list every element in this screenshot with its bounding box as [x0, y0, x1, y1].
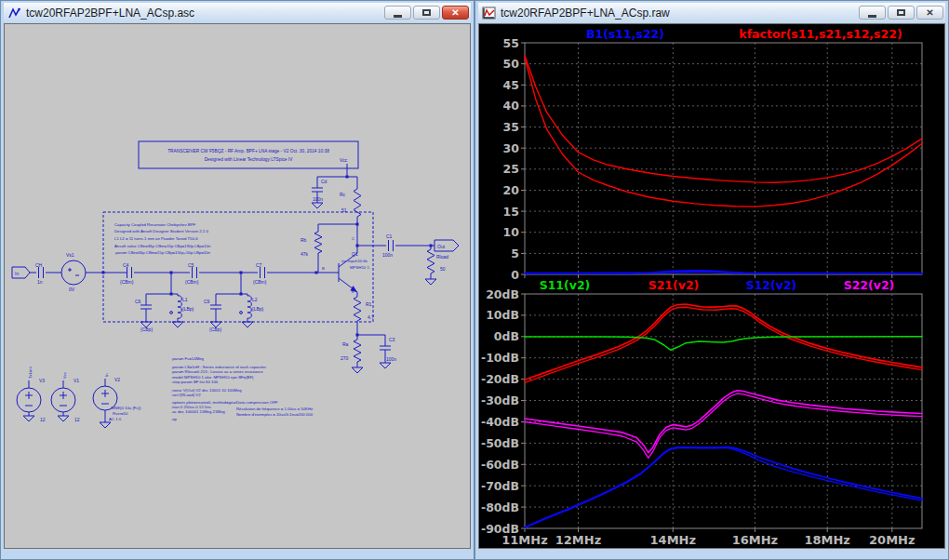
waveform-titlebar[interactable]: tcw20RFAP2BPF+LNA_ACsp.raw ✕	[478, 3, 945, 22]
minimize-button[interactable]	[859, 6, 886, 20]
legend-s22[interactable]: S22(v2)	[844, 278, 895, 292]
waveform-canvas[interactable]: 5550454035302520151050 20dB10dB0dB-10dB-…	[478, 23, 945, 549]
v2-ac: AC 1 0	[109, 417, 122, 421]
y-tick-label: 30	[503, 141, 520, 155]
port-in[interactable]: In	[12, 267, 30, 278]
l1-value: {LBp}	[182, 306, 194, 312]
trace-S21-bf-low	[525, 307, 922, 382]
c6-name: C6	[135, 299, 141, 304]
capacitor-c5[interactable]: C5 {CBm}	[185, 262, 199, 285]
directive-6: .net I(RLoad) V2	[171, 393, 201, 397]
y-tick-label: 35	[503, 120, 519, 134]
resistor-rb[interactable]: Rb 47k	[301, 232, 322, 257]
title-block-line1: TRANSCEIVER CW F5BQZ - RF Amp. BPF+ LNA …	[167, 149, 329, 153]
schematic-canvas[interactable]: TRANSCEIVER CW F5BQZ - RF Amp. BPF+ LNA …	[4, 23, 471, 549]
trace-kfactor-bf-low	[525, 58, 922, 207]
schematic-window: tcw20RFAP2BPF+LNA_ACsp.asc ✕ TRANSCEIVER…	[0, 0, 474, 560]
trace-S22-bf-high	[525, 391, 922, 453]
resistor-r1[interactable]: R1 4.7	[354, 297, 374, 321]
title-block[interactable]: TRANSCEIVER CW F5BQZ - RF Amp. BPF+ LNA …	[139, 141, 358, 168]
transistor-q1[interactable]: Q1 .inc mpsh10.lib MPSH10 1	[339, 251, 369, 292]
inductor-l1[interactable]: L1 {LBp}	[170, 296, 194, 327]
legend-s11[interactable]: S11(v2)	[540, 278, 591, 292]
legend-s21[interactable]: S21(v2)	[648, 278, 700, 292]
trace-S11	[525, 337, 922, 351]
maximize-button[interactable]	[413, 6, 440, 20]
rb-value: 47k	[301, 251, 309, 257]
y-tick-label: 10dB	[486, 308, 519, 322]
y-tick-label: 55	[503, 36, 519, 50]
capacitor-c9[interactable]: C9 {CBp}	[204, 299, 221, 332]
vcc-flag[interactable]: Vcc	[340, 157, 348, 163]
legend-b1[interactable]: B1(s11,s22)	[586, 27, 664, 41]
side-note-0: Data compression OFF	[236, 400, 278, 405]
x-tick-label: 14MHz	[650, 533, 696, 547]
x-tick-label: 12MHz	[555, 533, 601, 547]
v1-name: V1	[74, 378, 79, 383]
directive-2: .param Rloss=0.213 ; Losses as a series …	[171, 369, 263, 374]
maximize-icon	[422, 9, 431, 16]
y-tick-label: -10dB	[481, 351, 519, 365]
source-v2[interactable]: V2 In SINE(0 10u {Fc}) Rser=50 AC 1 0	[93, 373, 141, 428]
v2-rser: Rser=50	[113, 411, 128, 416]
source-v3[interactable]: V3 12 TxLine	[17, 366, 46, 422]
bpf-note-3: Ansoft value CBe=36p CBm=15p CBp=190p LB…	[114, 244, 211, 248]
directive-4: .step param BF list 60 100	[171, 380, 219, 384]
q1-model: MPSH10 1	[350, 265, 369, 270]
c7-value: {CBm}	[253, 279, 267, 285]
port-in-label: In	[15, 271, 19, 276]
source-vs1[interactable]: Vs1 0V	[61, 252, 86, 292]
y-tick-label: 25	[503, 162, 519, 176]
minimize-button[interactable]	[384, 6, 411, 20]
window-title: tcw20RFAP2BPF+LNA_ACsp.raw	[501, 7, 857, 20]
waveform-icon	[481, 6, 496, 20]
ch-name: CH	[35, 262, 43, 268]
vcc-label: Vcc	[340, 157, 348, 163]
spice-directives[interactable]: .param Fc=14Meg .param LS=1nH ; Series i…	[171, 356, 314, 421]
y-tick-label: -50dB	[481, 436, 519, 450]
capacitor-cd[interactable]: Cd 100n	[312, 179, 327, 208]
directive-9: .ac dec 100001 11Meg 21Meg	[171, 409, 225, 414]
y-tick-label: 10	[503, 225, 520, 239]
resistor-ra[interactable]: Ra 270	[341, 340, 363, 373]
ra-name: Ra	[342, 341, 349, 347]
inductor-l2[interactable]: L2 {LBp}	[240, 296, 264, 327]
wires	[29, 164, 434, 422]
bpf-note-4: .param CBe=56p CBm=15p CBp=150p+50p LBp=…	[114, 250, 210, 255]
waveform-window: tcw20RFAP2BPF+LNA_ACsp.raw ✕ 55504540353…	[474, 0, 949, 560]
legend-s12[interactable]: S12(v2)	[746, 278, 797, 292]
c1-value: 100n	[382, 252, 393, 258]
l2-value: {LBp}	[252, 306, 264, 312]
vs1-name: Vs1	[66, 252, 74, 258]
legend-kfactor[interactable]: kfactor(s11,s21,s12,s22)	[739, 27, 902, 41]
y-tick-label: -60dB	[481, 458, 519, 472]
minimize-icon	[868, 15, 876, 18]
schematic-titlebar[interactable]: tcw20RFAP2BPF+LNA_ACsp.asc ✕	[4, 3, 471, 22]
port-out-label: Out	[437, 244, 446, 249]
close-button[interactable]: ✕	[442, 6, 469, 20]
c9-name: C9	[204, 299, 210, 304]
resistor-rload[interactable]: Rload 50	[425, 249, 448, 285]
capacitor-c4[interactable]: C4 {CBm}	[120, 262, 134, 285]
maximize-button[interactable]	[888, 6, 915, 20]
x-tick-label: 16MHz	[732, 533, 778, 547]
y-tick-label: -40dB	[481, 415, 519, 429]
capacitor-ch[interactable]: CH 1n	[35, 262, 44, 285]
minimize-icon	[394, 15, 402, 18]
y-tick-label: 0	[511, 268, 519, 282]
bpf-note-1: Designed with Ansoft Designer Student Ve…	[114, 229, 208, 233]
capacitor-c6[interactable]: C6 {CBp}	[135, 299, 153, 332]
r1-value: 4.7	[368, 314, 374, 320]
c9-value: {CBp}	[209, 327, 221, 332]
trace-S12-trace-a	[525, 447, 922, 527]
y-tick-label: -20dB	[481, 372, 519, 386]
v3-name: V3	[39, 378, 45, 383]
source-v1[interactable]: V1 12 Vcc	[51, 371, 80, 422]
capacitor-c7[interactable]: C7 {CBm}	[253, 262, 267, 285]
c4-value: {CBm}	[120, 279, 134, 285]
port-out[interactable]: Out	[434, 240, 459, 251]
v3-value: 12	[40, 417, 46, 422]
capacitor-c3[interactable]: C3 100n	[380, 337, 396, 368]
close-button[interactable]: ✕	[916, 6, 943, 20]
v2-net-label: In	[104, 373, 109, 377]
